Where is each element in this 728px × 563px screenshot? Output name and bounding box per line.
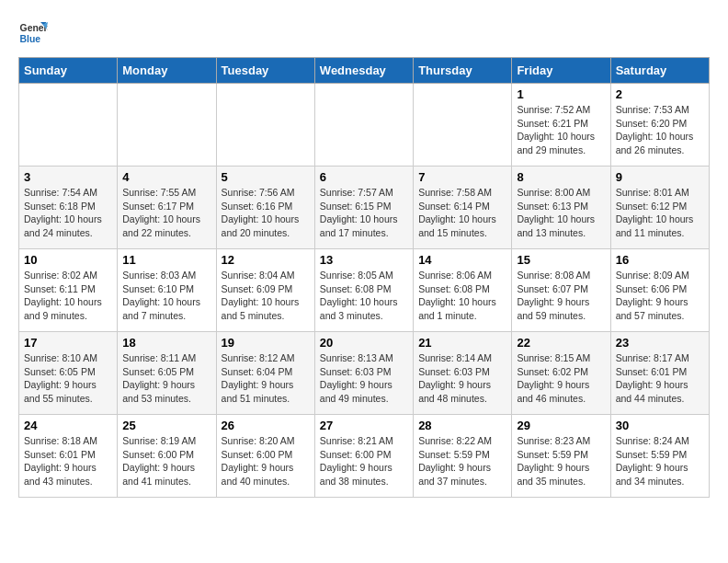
week-row-2: 3Sunrise: 7:54 AMSunset: 6:18 PMDaylight… — [19, 167, 710, 249]
day-number: 19 — [222, 336, 310, 350]
day-info: Sunrise: 8:22 AMSunset: 5:59 PMDaylight:… — [418, 434, 506, 488]
calendar-cell: 23Sunrise: 8:17 AMSunset: 6:01 PMDayligh… — [610, 332, 709, 415]
weekday-header-monday: Monday — [118, 58, 216, 84]
day-info: Sunrise: 8:02 AMSunset: 6:11 PMDaylight:… — [24, 269, 112, 323]
day-info: Sunrise: 7:53 AMSunset: 6:20 PMDaylight:… — [616, 103, 704, 157]
calendar-cell: 30Sunrise: 8:24 AMSunset: 5:59 PMDayligh… — [610, 415, 709, 498]
day-info: Sunrise: 8:04 AMSunset: 6:09 PMDaylight:… — [222, 269, 310, 323]
calendar-cell — [19, 84, 118, 167]
day-info: Sunrise: 8:06 AMSunset: 6:08 PMDaylight:… — [418, 269, 506, 323]
day-info: Sunrise: 8:01 AMSunset: 6:12 PMDaylight:… — [616, 186, 704, 240]
day-number: 27 — [320, 419, 408, 432]
day-info: Sunrise: 8:13 AMSunset: 6:03 PMDaylight:… — [320, 351, 408, 406]
day-info: Sunrise: 8:24 AMSunset: 5:59 PMDaylight:… — [616, 434, 704, 488]
day-number: 11 — [122, 253, 210, 267]
day-info: Sunrise: 8:18 AMSunset: 6:01 PMDaylight:… — [24, 434, 112, 488]
calendar-cell: 9Sunrise: 8:01 AMSunset: 6:12 PMDaylight… — [610, 167, 709, 249]
day-info: Sunrise: 8:14 AMSunset: 6:03 PMDaylight:… — [418, 351, 506, 406]
logo-icon: General Blue — [18, 18, 48, 48]
calendar-cell: 8Sunrise: 8:00 AMSunset: 6:13 PMDaylight… — [512, 167, 610, 249]
day-number: 6 — [320, 170, 408, 184]
weekday-header-wednesday: Wednesday — [314, 58, 413, 84]
calendar-cell: 3Sunrise: 7:54 AMSunset: 6:18 PMDaylight… — [19, 167, 118, 249]
day-info: Sunrise: 8:23 AMSunset: 5:59 PMDaylight:… — [517, 434, 605, 488]
day-number: 17 — [24, 336, 112, 350]
day-info: Sunrise: 8:15 AMSunset: 6:02 PMDaylight:… — [517, 351, 605, 406]
day-info: Sunrise: 8:09 AMSunset: 6:06 PMDaylight:… — [616, 269, 704, 323]
day-number: 24 — [24, 419, 112, 432]
day-info: Sunrise: 8:08 AMSunset: 6:07 PMDaylight:… — [517, 269, 605, 323]
day-info: Sunrise: 7:54 AMSunset: 6:18 PMDaylight:… — [24, 186, 112, 240]
calendar-cell: 27Sunrise: 8:21 AMSunset: 6:00 PMDayligh… — [314, 415, 413, 498]
day-number: 22 — [517, 336, 605, 350]
logo: General Blue — [18, 18, 51, 48]
day-info: Sunrise: 8:17 AMSunset: 6:01 PMDaylight:… — [616, 351, 704, 406]
calendar-cell: 22Sunrise: 8:15 AMSunset: 6:02 PMDayligh… — [512, 332, 610, 415]
calendar-cell: 10Sunrise: 8:02 AMSunset: 6:11 PMDayligh… — [19, 249, 118, 332]
calendar-cell: 6Sunrise: 7:57 AMSunset: 6:15 PMDaylight… — [314, 167, 413, 249]
calendar-cell — [118, 84, 216, 167]
week-row-5: 24Sunrise: 8:18 AMSunset: 6:01 PMDayligh… — [19, 415, 710, 498]
day-info: Sunrise: 7:56 AMSunset: 6:16 PMDaylight:… — [222, 186, 310, 240]
week-row-1: 1Sunrise: 7:52 AMSunset: 6:21 PMDaylight… — [19, 84, 710, 167]
week-row-3: 10Sunrise: 8:02 AMSunset: 6:11 PMDayligh… — [19, 249, 710, 332]
calendar-cell: 5Sunrise: 7:56 AMSunset: 6:16 PMDaylight… — [216, 167, 314, 249]
calendar-cell: 17Sunrise: 8:10 AMSunset: 6:05 PMDayligh… — [19, 332, 118, 415]
calendar-cell: 14Sunrise: 8:06 AMSunset: 6:08 PMDayligh… — [414, 249, 512, 332]
day-number: 25 — [122, 419, 210, 432]
calendar-cell: 2Sunrise: 7:53 AMSunset: 6:20 PMDaylight… — [610, 84, 709, 167]
day-info: Sunrise: 7:58 AMSunset: 6:14 PMDaylight:… — [418, 186, 506, 240]
calendar-cell — [216, 84, 314, 167]
day-number: 26 — [222, 419, 310, 432]
weekday-header-friday: Friday — [512, 58, 610, 84]
weekday-header-thursday: Thursday — [414, 58, 512, 84]
day-number: 1 — [517, 87, 605, 101]
day-info: Sunrise: 8:05 AMSunset: 6:08 PMDaylight:… — [320, 269, 408, 323]
weekday-header-tuesday: Tuesday — [216, 58, 314, 84]
day-number: 7 — [418, 170, 506, 184]
day-info: Sunrise: 8:10 AMSunset: 6:05 PMDaylight:… — [24, 351, 112, 406]
day-info: Sunrise: 7:52 AMSunset: 6:21 PMDaylight:… — [517, 103, 605, 157]
day-number: 15 — [517, 253, 605, 267]
calendar-cell: 26Sunrise: 8:20 AMSunset: 6:00 PMDayligh… — [216, 415, 314, 498]
day-number: 14 — [418, 253, 506, 267]
calendar-cell: 15Sunrise: 8:08 AMSunset: 6:07 PMDayligh… — [512, 249, 610, 332]
day-info: Sunrise: 7:55 AMSunset: 6:17 PMDaylight:… — [122, 186, 210, 240]
day-number: 12 — [222, 253, 310, 267]
day-number: 2 — [616, 87, 704, 101]
calendar-cell: 20Sunrise: 8:13 AMSunset: 6:03 PMDayligh… — [314, 332, 413, 415]
day-number: 29 — [517, 419, 605, 432]
day-info: Sunrise: 8:12 AMSunset: 6:04 PMDaylight:… — [222, 351, 310, 406]
day-number: 3 — [24, 170, 112, 184]
header: General Blue — [18, 18, 710, 48]
day-info: Sunrise: 8:00 AMSunset: 6:13 PMDaylight:… — [517, 186, 605, 240]
day-number: 5 — [222, 170, 310, 184]
calendar-cell: 19Sunrise: 8:12 AMSunset: 6:04 PMDayligh… — [216, 332, 314, 415]
day-info: Sunrise: 8:11 AMSunset: 6:05 PMDaylight:… — [122, 351, 210, 406]
day-number: 9 — [616, 170, 704, 184]
day-info: Sunrise: 8:19 AMSunset: 6:00 PMDaylight:… — [122, 434, 210, 488]
calendar-cell: 12Sunrise: 8:04 AMSunset: 6:09 PMDayligh… — [216, 249, 314, 332]
day-number: 28 — [418, 419, 506, 432]
day-info: Sunrise: 8:21 AMSunset: 6:00 PMDaylight:… — [320, 434, 408, 488]
day-number: 8 — [517, 170, 605, 184]
day-number: 16 — [616, 253, 704, 267]
day-number: 10 — [24, 253, 112, 267]
calendar-cell: 29Sunrise: 8:23 AMSunset: 5:59 PMDayligh… — [512, 415, 610, 498]
day-number: 30 — [616, 419, 704, 432]
calendar-cell: 7Sunrise: 7:58 AMSunset: 6:14 PMDaylight… — [414, 167, 512, 249]
day-number: 21 — [418, 336, 506, 350]
calendar-cell — [314, 84, 413, 167]
calendar-cell: 1Sunrise: 7:52 AMSunset: 6:21 PMDaylight… — [512, 84, 610, 167]
day-info: Sunrise: 8:03 AMSunset: 6:10 PMDaylight:… — [122, 269, 210, 323]
weekday-header-row: SundayMondayTuesdayWednesdayThursdayFrid… — [19, 58, 710, 84]
calendar-cell: 21Sunrise: 8:14 AMSunset: 6:03 PMDayligh… — [414, 332, 512, 415]
calendar-cell: 11Sunrise: 8:03 AMSunset: 6:10 PMDayligh… — [118, 249, 216, 332]
weekday-header-saturday: Saturday — [610, 58, 709, 84]
weekday-header-sunday: Sunday — [19, 58, 118, 84]
day-info: Sunrise: 7:57 AMSunset: 6:15 PMDaylight:… — [320, 186, 408, 240]
day-number: 18 — [122, 336, 210, 350]
calendar-cell: 18Sunrise: 8:11 AMSunset: 6:05 PMDayligh… — [118, 332, 216, 415]
week-row-4: 17Sunrise: 8:10 AMSunset: 6:05 PMDayligh… — [19, 332, 710, 415]
svg-text:Blue: Blue — [20, 34, 41, 44]
